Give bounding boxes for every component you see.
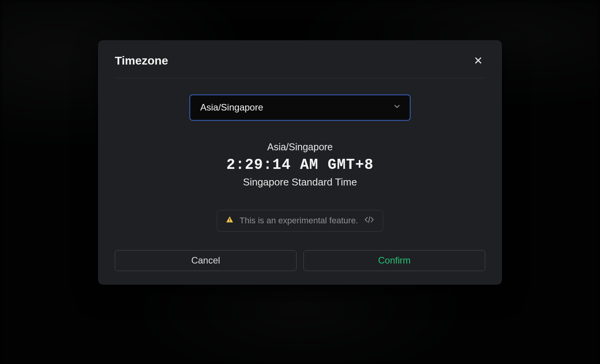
experimental-notice: This is an experimental feature. bbox=[217, 210, 384, 231]
modal-title: Timezone bbox=[115, 54, 168, 67]
modal-body: Asia/Singapore Asia/Singapore 2:29:14 AM… bbox=[115, 78, 485, 271]
close-icon bbox=[474, 56, 482, 66]
confirm-button[interactable]: Confirm bbox=[303, 250, 485, 271]
svg-rect-3 bbox=[229, 221, 230, 222]
timezone-long-name: Singapore Standard Time bbox=[243, 176, 357, 188]
timezone-id-label: Asia/Singapore bbox=[267, 141, 333, 153]
svg-line-4 bbox=[369, 217, 370, 223]
timezone-select-value: Asia/Singapore bbox=[200, 102, 263, 113]
svg-rect-2 bbox=[229, 219, 230, 221]
timezone-select[interactable]: Asia/Singapore bbox=[189, 94, 411, 121]
timezone-current-time: 2:29:14 AM GMT+8 bbox=[227, 156, 374, 173]
modal-footer: Cancel Confirm bbox=[115, 250, 485, 271]
close-button[interactable] bbox=[471, 54, 485, 68]
code-icon bbox=[364, 216, 374, 226]
cancel-button[interactable]: Cancel bbox=[115, 250, 297, 271]
experimental-notice-text: This is an experimental feature. bbox=[240, 216, 358, 226]
warning-triangle-icon bbox=[226, 216, 234, 226]
timezone-modal: Timezone Asia/Singapore Asia/Singapore 2… bbox=[98, 40, 502, 284]
modal-header: Timezone bbox=[115, 41, 485, 78]
chevron-down-icon bbox=[393, 102, 401, 113]
